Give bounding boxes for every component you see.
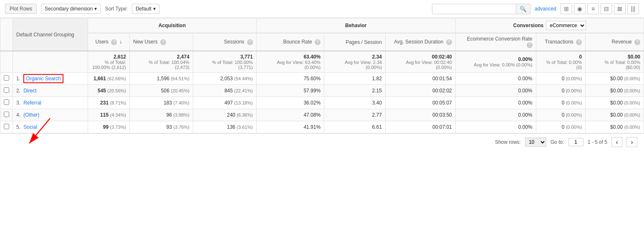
totals-revenue: $0.00 % of Total: 0.00% ($0.00): [586, 51, 644, 73]
sessions-help-icon[interactable]: ?: [247, 39, 253, 45]
sort-type-dropdown[interactable]: Default ▾: [132, 4, 159, 14]
row3-revenue: $0.00 (0.00%): [586, 97, 644, 109]
row4-pages-session: 2.77: [324, 109, 386, 121]
ecommerce-rate-column-header: Ecommerce Conversion Rate ?: [455, 33, 536, 51]
sessions-column-header: Sessions ?: [193, 33, 256, 51]
row5-checkbox[interactable]: [0, 121, 13, 133]
totals-users: 2,612 % of Total: 100.00% (2,612): [88, 51, 130, 73]
search-input[interactable]: [432, 4, 516, 13]
view-bar-icon[interactable]: |||: [627, 3, 639, 14]
new-users-help-icon[interactable]: ?: [160, 39, 166, 45]
row2-ecommerce-rate: 0.00%: [455, 85, 536, 97]
row4-users: 115 (4.34%): [88, 109, 130, 121]
transactions-help-icon[interactable]: ?: [576, 39, 582, 45]
row2-channel-link[interactable]: Direct: [23, 88, 36, 94]
row1-users: 1,661 (62.66%): [88, 73, 130, 85]
row2-checkbox[interactable]: [0, 85, 13, 97]
secondary-dimension-dropdown[interactable]: Secondary dimension ▾: [41, 4, 101, 14]
row3-avg-session: 00:05:07: [385, 97, 455, 109]
row1-bounce-rate: 75.60%: [256, 73, 324, 85]
row1-revenue: $0.00 (0.00%): [586, 73, 644, 85]
row2-transactions: 0 (0.00%): [536, 85, 586, 97]
row4-transactions: 0 (0.00%): [536, 109, 586, 121]
row2-pages-session: 2.15: [324, 85, 386, 97]
row2-channel: 2. Direct: [13, 85, 88, 97]
totals-transactions: 0 % of Total: 0.00% (0): [536, 51, 586, 73]
row3-checkbox[interactable]: [0, 97, 13, 109]
row5-revenue: $0.00 (0.00%): [586, 121, 644, 133]
new-users-column-header: New Users ?: [130, 33, 193, 51]
row3-channel-link[interactable]: Referral: [23, 100, 41, 106]
channel-grouping-header: Default Channel Grouping: [13, 18, 88, 51]
view-pie-icon[interactable]: ◉: [574, 3, 586, 14]
row1-new-users: 1,596 (64.51%): [130, 73, 193, 85]
row4-channel: 4. (Other): [13, 109, 88, 121]
row1-checkbox[interactable]: [0, 73, 13, 85]
row4-ecommerce-rate: 0.00%: [455, 109, 536, 121]
row5-new-users: 93 (3.76%): [130, 121, 193, 133]
totals-row: 2,612 % of Total: 100.00% (2,612) 2,474 …: [0, 51, 644, 73]
row4-bounce-rate: 47.08%: [256, 109, 324, 121]
revenue-help-icon[interactable]: ?: [634, 39, 640, 45]
view-icons: ⊞ ◉ ≡ ⊟ ⊠ |||: [561, 3, 639, 14]
row1-transactions: 0 (0.00%): [536, 73, 586, 85]
row3-transactions: 0 (0.00%): [536, 97, 586, 109]
acquisition-section-header: Acquisition: [88, 18, 257, 33]
search-icon: 🔍: [520, 6, 527, 12]
sort-type-label: Sort Type:: [105, 6, 127, 12]
row1-sessions: 2,053 (54.44%): [193, 73, 256, 85]
bounce-rate-help-icon[interactable]: ?: [315, 39, 321, 45]
toolbar: Plot Rows Secondary dimension ▾ Sort Typ…: [0, 0, 644, 18]
row3-new-users: 183 (7.40%): [130, 97, 193, 109]
view-list-icon[interactable]: ≡: [587, 3, 599, 14]
data-table-wrapper: Default Channel Grouping Acquisition Beh…: [0, 18, 644, 133]
row3-users: 231 (8.71%): [88, 97, 130, 109]
row3-channel: 3. Referral: [13, 97, 88, 109]
row5-sessions: 136 (3.61%): [193, 121, 256, 133]
users-help-icon[interactable]: ?: [111, 39, 117, 45]
chevron-down-icon: ▾: [153, 6, 156, 12]
totals-sessions: 3,771 % of Total: 100.00% (3,771): [193, 51, 256, 73]
pagination-next-button[interactable]: ›: [626, 137, 637, 147]
users-column-header: Users ? ↓: [88, 33, 130, 51]
row4-avg-session: 00:03:50: [385, 109, 455, 121]
view-pivot-icon[interactable]: ⊠: [614, 3, 626, 14]
row4-channel-link[interactable]: (Other): [23, 112, 39, 118]
row2-revenue: $0.00 (0.00%): [586, 85, 644, 97]
checkbox-header: [0, 18, 13, 51]
row2-sessions: 845 (22.41%): [193, 85, 256, 97]
row5-channel-link[interactable]: Social: [23, 124, 37, 130]
conversions-type-select[interactable]: eCommerce: [546, 21, 586, 30]
advanced-link[interactable]: advanced: [535, 6, 556, 12]
table-row: 2. Direct 545 (20.56%) 506 (20.45%) 845 …: [0, 85, 644, 97]
row4-checkbox[interactable]: [0, 109, 13, 121]
search-box: 🔍: [432, 4, 530, 14]
plot-rows-button[interactable]: Plot Rows: [5, 4, 37, 14]
goto-label: Go to:: [551, 139, 564, 145]
row5-transactions: 0 (0.00%): [536, 121, 586, 133]
row1-channel-link[interactable]: Organic Search: [23, 74, 63, 83]
ecommerce-rate-help-icon[interactable]: ?: [527, 42, 533, 48]
table-row: 4. (Other) 115 (4.34%) 96 (3.88%) 240 (6…: [0, 109, 644, 121]
search-button[interactable]: 🔍: [516, 4, 530, 14]
view-grid-icon[interactable]: ⊟: [601, 3, 612, 14]
avg-session-help-icon[interactable]: ?: [446, 39, 452, 45]
totals-new-users: 2,474 % of Total: 100.04% (2,473): [130, 51, 193, 73]
pagination-text: 1 - 5 of 5: [588, 139, 607, 145]
totals-checkbox-cell: [0, 51, 13, 73]
pagination-prev-button[interactable]: ‹: [611, 137, 622, 147]
row2-bounce-rate: 57.99%: [256, 85, 324, 97]
row4-sessions: 240 (6.36%): [193, 109, 256, 121]
analytics-table: Default Channel Grouping Acquisition Beh…: [0, 18, 644, 133]
goto-input[interactable]: [568, 138, 583, 146]
view-table-icon[interactable]: ⊞: [561, 3, 572, 14]
users-sort-icon[interactable]: ↓: [120, 39, 122, 45]
revenue-column-header: Revenue ?: [586, 33, 644, 51]
row5-avg-session: 00:07:01: [385, 121, 455, 133]
bounce-rate-column-header: Bounce Rate ?: [256, 33, 324, 51]
row5-pages-session: 6.61: [324, 121, 386, 133]
row5-bounce-rate: 41.91%: [256, 121, 324, 133]
row4-new-users: 96 (3.88%): [130, 109, 193, 121]
conversions-section-header: Conversions eCommerce: [455, 18, 644, 33]
show-rows-select[interactable]: 10 25 50 100: [525, 138, 546, 147]
